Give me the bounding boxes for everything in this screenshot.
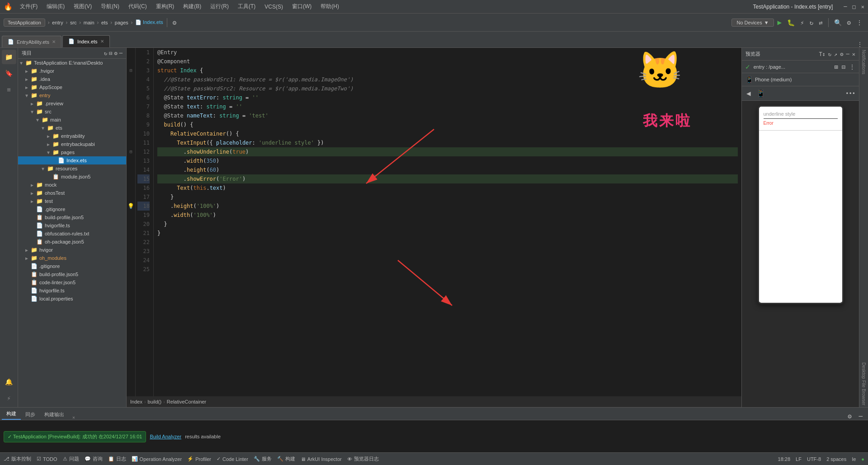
status-profiler[interactable]: ⚡ Profiler [187,456,211,462]
preview-refresh-icon[interactable]: ↻ [828,51,831,57]
menu-tools[interactable]: 工具(T) [234,2,259,11]
status-encoding[interactable]: UTF-8 [807,456,821,462]
notifications-strip[interactable]: Notifications [860,48,867,76]
status-preview-log[interactable]: 👁 预览器日志 [347,456,379,462]
status-operation-analyzer[interactable]: 📊 Operation Analyzer [132,456,182,462]
tree-pages[interactable]: 📁 pages [18,148,126,156]
preview-layout-icon[interactable]: ⊟ [842,63,845,70]
bookmark-icon[interactable]: 🔖 [2,66,16,80]
preview-expand-icon[interactable]: ✕ [852,51,855,57]
breadcrumb-container[interactable]: RelativeContainer [167,399,206,404]
maximize-btn[interactable]: □ [853,4,856,10]
status-code-linter[interactable]: ✓ Code Linter [217,456,248,462]
tree-root-build-profile[interactable]: 📋 build-profile.json5 [18,270,126,278]
tab-sync[interactable]: 同步 [21,409,40,420]
code-content[interactable]: @Entry @Component struct Index { //@Stat… [154,48,741,396]
more-icon[interactable]: ⋮ [854,18,864,27]
tree-code-linter[interactable]: 📋 code-linter.json5 [18,278,126,287]
tree-oh-modules[interactable]: 📁 oh_modules [18,254,126,262]
status-problems[interactable]: ⚠ 问题 [63,456,79,462]
status-ie[interactable]: Ie [852,456,856,462]
tree-entry[interactable]: 📁 entry [18,91,126,99]
minimize-btn[interactable]: ─ [844,4,847,10]
status-notes[interactable]: 💬 咨询 [85,456,103,462]
preview-more-icon[interactable]: ⋮ [849,63,855,70]
tree-root-hvigorfile[interactable]: 📄 hvigorfile.ts [18,287,126,295]
sync-icon[interactable]: ⇄ [817,18,824,27]
tree-resources[interactable]: 📁 resources [18,164,126,173]
tree-main[interactable]: 📁 main [18,116,126,124]
tree-obfuscation[interactable]: 📄 obfuscation-rules.txt [18,230,126,238]
tree-index-ets[interactable]: 📄 Index.ets [18,156,126,164]
tree-build-profile[interactable]: 📋 build-profile.json5 [18,213,126,221]
bottom-close-icon[interactable]: ✕ [69,415,79,420]
build-analyzer-link[interactable]: Build Analyzer [150,434,181,439]
entry-ability-close[interactable]: ✕ [52,39,56,44]
menu-edit[interactable]: 编辑(E) [43,2,68,11]
status-log[interactable]: 📋 日志 [108,456,126,462]
preview-grid-icon[interactable]: ⊞ [834,63,838,70]
menu-run[interactable]: 运行(R) [207,2,232,11]
status-todo[interactable]: ☑ TODO [37,456,57,462]
preview-back-btn[interactable]: ◀ [745,88,752,99]
notification-icon[interactable]: 🔔 [2,375,16,389]
bottom-minimize-icon[interactable]: ─ [855,413,866,420]
search-icon[interactable]: 🔍 [832,18,844,27]
tree-root-gitignore[interactable]: 📄 .gitignore [18,262,126,270]
tree-appscope[interactable]: 📁 AppScope [18,83,126,91]
tab-entry-ability[interactable]: 📄 EntryAbility.ets ✕ [2,36,61,47]
tree-hvigor[interactable]: 📁 .hvigor [18,67,126,75]
file-browser-strip[interactable]: Desktop File Browser [860,361,867,407]
menu-file[interactable]: 文件(F) [16,2,41,11]
tree-hvigorfile[interactable]: 📄 hvigorfile.ts [18,221,126,230]
tree-test[interactable]: 📁 test [18,197,126,205]
menu-vcs[interactable]: VCS(S) [261,3,287,11]
preview-close-icon[interactable]: ─ [846,51,849,57]
close-btn[interactable]: ✕ [861,4,864,10]
tree-ohostest[interactable]: 📁 ohosTest [18,189,126,197]
status-build[interactable]: 🔨 构建 [277,456,295,462]
preview-share-icon[interactable]: ↗ [834,51,837,57]
no-devices-button[interactable]: No Devices ▼ [731,19,774,27]
bottom-settings-icon[interactable]: ⚙ [844,413,855,420]
preview-dots-btn[interactable]: ••• [845,90,855,97]
tab-build-output[interactable]: 构建输出 [40,409,69,420]
tree-entryability[interactable]: 📁 entryability [18,132,126,140]
tree-hvigor2[interactable]: 📁 hvigor [18,246,126,254]
tree-module-json[interactable]: 📋 module.json5 [18,173,126,181]
status-spaces[interactable]: 2 spaces [826,456,846,462]
tree-idea[interactable]: 📁 .idea [18,75,126,83]
status-service[interactable]: 🔧 服务 [254,456,272,462]
settings-icon[interactable]: ⚙ [171,18,178,27]
menu-view[interactable]: 视图(V) [70,2,95,11]
status-ark-ui[interactable]: 🖥 ArkUI Inspector [301,456,342,462]
breadcrumb-build[interactable]: build() [148,399,162,404]
tree-oh-package[interactable]: 📋 oh-package.json5 [18,238,126,246]
status-position[interactable]: 18:28 [778,456,791,462]
sidebar-collapse-icon[interactable]: ⊟ [109,50,112,56]
left-bottom-icon[interactable]: ⚡ [2,391,16,405]
sidebar-close-icon[interactable]: ─ [119,50,123,56]
run-button[interactable]: ▶ [776,17,784,28]
menu-refactor[interactable]: 重构(R) [152,2,178,11]
sidebar-refresh-icon[interactable]: ↻ [104,50,107,56]
tree-local-properties[interactable]: 📄 local.properties [18,295,126,303]
preview-font-icon[interactable]: T↕ [819,51,825,57]
tab-build[interactable]: 构建 [2,409,21,420]
sidebar-settings-icon[interactable]: ⚙ [114,50,118,56]
menu-help[interactable]: 帮助(H) [317,2,343,11]
fold-12[interactable]: ⊟ [127,147,135,156]
refresh-icon[interactable]: ↻ [808,18,815,27]
breadcrumb-index[interactable]: Index [130,399,142,404]
status-lf[interactable]: LF [796,456,802,462]
status-version-control[interactable]: ⎇ 版本控制 [4,456,31,462]
tree-src[interactable]: 📁 src [18,108,126,116]
tree-mock[interactable]: 📁 mock [18,181,126,189]
tree-ets[interactable]: 📁 ets [18,124,126,132]
gear-icon[interactable]: ⚙ [845,18,853,27]
preview-phone-btn[interactable]: 📱 [755,88,766,99]
menu-window[interactable]: 窗口(W) [288,2,315,11]
fold-3[interactable]: ⊟ [127,66,135,75]
tab-index-ets[interactable]: 📄 Index.ets ✕ [62,35,110,47]
menu-nav[interactable]: 导航(N) [97,2,123,11]
